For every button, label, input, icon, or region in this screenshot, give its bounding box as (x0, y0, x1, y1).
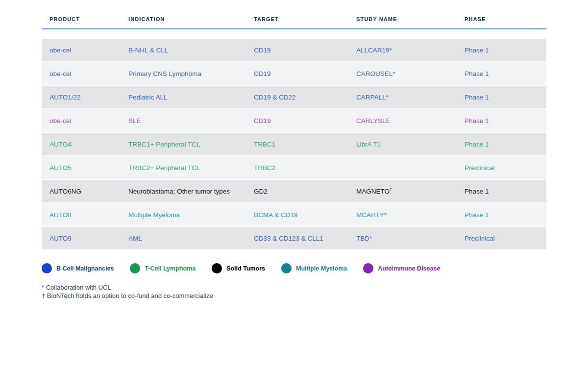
legend-color-dot-icon (130, 263, 140, 273)
table-row: AUTO6NGNeuroblastoma; Other tumor typesG… (42, 180, 546, 202)
cell-target: TRBC2 (246, 164, 348, 172)
column-header-target: TARGET (246, 12, 348, 28)
table-row: obe-celSLECD19CARLYSLEPhase 1 (42, 109, 546, 132)
cell-study: MCARTY* (348, 211, 457, 219)
legend-item: T-Cell Lymphoma (130, 263, 196, 273)
cell-phase: Phase 1 (457, 117, 546, 124)
cell-indication: AML (121, 235, 246, 242)
table-header-row: PRODUCT INDICATION TARGET STUDY NAME PHA… (42, 12, 546, 28)
cell-indication: Neuroblastoma; Other tumor types (121, 188, 246, 195)
cell-target: CD33 & CD123 & CLL1 (246, 235, 348, 242)
table-row: AUTO5TRBC2+ Peripheral TCLTRBC2Preclinic… (42, 156, 546, 179)
legend-item: Multiple Myeloma (281, 263, 347, 273)
cell-indication: Multiple Myeloma (121, 211, 246, 219)
column-header-phase: PHASE (457, 12, 546, 28)
dagger-mark: † (390, 188, 392, 192)
cell-product: AUTO8 (42, 211, 121, 219)
table-row: obe-celPrimary CNS LymphomaCD19CAROUSEL*… (42, 62, 546, 85)
legend-color-dot-icon (42, 263, 52, 273)
cell-phase: Preclinical (457, 164, 546, 172)
table-row: AUTO8Multiple MyelomaBCMA & CD19MCARTY*P… (42, 203, 546, 226)
cell-study: TBD* (348, 235, 457, 242)
pipeline-table: PRODUCT INDICATION TARGET STUDY NAME PHA… (42, 12, 546, 300)
cell-indication: TRBC1+ Peripheral TCL (121, 141, 246, 148)
table-row: AUTO4TRBC1+ Peripheral TCLTRBC1LibrA T1P… (42, 133, 546, 155)
header-underline (42, 28, 546, 29)
cell-phase: Phase 1 (457, 70, 546, 77)
legend-color-dot-icon (363, 263, 373, 273)
cell-target: TRBC1 (246, 141, 348, 148)
cell-product: obe-cel (42, 117, 121, 124)
cell-product: AUTO1/22 (42, 94, 121, 101)
cell-indication: Primary CNS Lymphoma (121, 70, 246, 77)
cell-phase: Phase 1 (457, 211, 546, 219)
cell-product: AUTO4 (42, 141, 121, 148)
cell-product: AUTO6NG (42, 188, 121, 195)
page: PRODUCT INDICATION TARGET STUDY NAME PHA… (0, 0, 588, 370)
legend-label: B Cell Malignancies (56, 265, 114, 272)
column-header-indication: INDICATION (121, 12, 246, 28)
table-body: obe-celB-NHL & CLLCD19ALLCAR19*Phase 1ob… (42, 39, 546, 249)
column-header-study-name: STUDY NAME (348, 12, 457, 28)
cell-indication: SLE (121, 117, 246, 124)
legend-label: Solid Tumors (226, 265, 265, 272)
table-row: AUTO1/22Pediatric ALLCD19 & CD22CARPALL*… (42, 86, 546, 108)
table-row: obe-celB-NHL & CLLCD19ALLCAR19*Phase 1 (42, 39, 546, 61)
cell-indication: Pediatric ALL (121, 94, 246, 101)
cell-target: CD19 (246, 117, 348, 124)
table-row: AUTO9AMLCD33 & CD123 & CLL1TBD*Preclinic… (42, 227, 546, 249)
cell-product: obe-cel (42, 47, 121, 54)
cell-indication: B-NHL & CLL (121, 47, 246, 54)
cell-target: CD19 & CD22 (246, 94, 348, 101)
cell-target: GD2 (246, 188, 348, 195)
cell-study: MAGNETO† (348, 188, 457, 195)
legend-item: Autoimmune Disease (363, 263, 440, 273)
cell-target: CD19 (246, 47, 348, 54)
cell-target: CD19 (246, 70, 348, 77)
footnotes: * Collaboration with UCL † BioNTech hold… (42, 284, 546, 300)
cell-study: CARPALL* (348, 94, 457, 101)
legend-label: Autoimmune Disease (378, 265, 440, 272)
cell-target: BCMA & CD19 (246, 211, 348, 219)
cell-study: LibrA T1 (348, 141, 457, 148)
cell-study: CAROUSEL* (348, 70, 457, 77)
legend-item: Solid Tumors (212, 263, 265, 273)
cell-product: obe-cel (42, 70, 121, 77)
cell-product: AUTO9 (42, 235, 121, 242)
column-header-product: PRODUCT (42, 12, 121, 28)
cell-indication: TRBC2+ Peripheral TCL (121, 164, 246, 172)
cell-study: ALLCAR19* (348, 47, 457, 54)
legend-item: B Cell Malignancies (42, 263, 114, 273)
cell-phase: Phase 1 (457, 141, 546, 148)
legend-color-dot-icon (281, 263, 292, 273)
cell-study: CARLYSLE (348, 117, 457, 124)
legend-label: Multiple Myeloma (296, 265, 347, 272)
cell-product: AUTO5 (42, 164, 121, 172)
legend-label: T-Cell Lymphoma (145, 265, 196, 272)
footnote-collaboration: * Collaboration with UCL (42, 284, 546, 292)
cell-phase: Phase 1 (457, 94, 546, 101)
cell-phase: Phase 1 (457, 188, 546, 195)
category-legend: B Cell MalignanciesT-Cell LymphomaSolid … (42, 263, 546, 273)
cell-phase: Phase 1 (457, 47, 546, 54)
cell-phase: Preclinical (457, 235, 546, 242)
legend-color-dot-icon (212, 263, 222, 273)
footnote-biontech: † BioNTech holds an option to co-fund an… (42, 292, 546, 300)
